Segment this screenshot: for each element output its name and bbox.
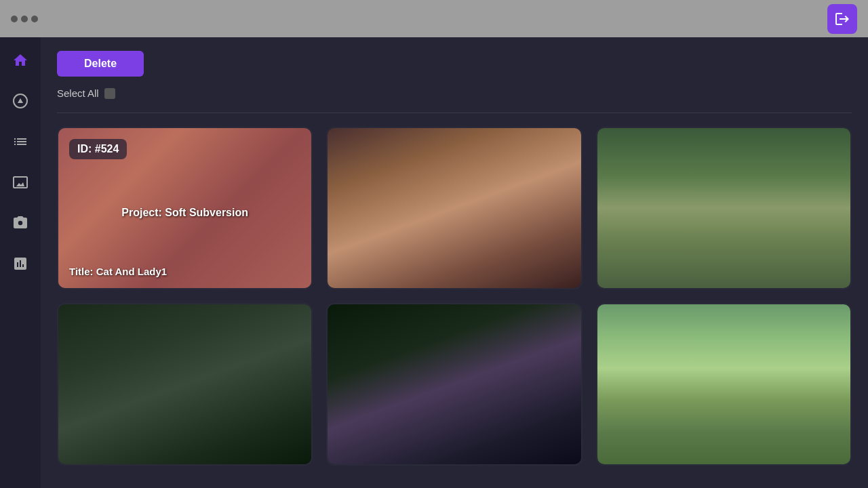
sidebar-item-home[interactable] (8, 48, 33, 73)
card-bg-3 (597, 128, 850, 288)
media-card-3[interactable] (596, 127, 852, 289)
card-bg-2 (328, 128, 580, 288)
sidebar-item-list[interactable] (8, 129, 33, 154)
list-icon (12, 134, 28, 150)
dot-2 (21, 16, 28, 22)
media-card-4[interactable] (57, 303, 313, 466)
dot-3 (31, 16, 38, 22)
delete-button[interactable]: Delete (57, 51, 144, 77)
analytics-icon (12, 256, 28, 272)
card-title-1: Title: Cat And Lady1 (69, 266, 300, 277)
card-project-1: Project: Soft Subversion (69, 207, 300, 219)
media-card-6[interactable] (596, 303, 852, 466)
top-bar-dots (11, 16, 38, 22)
gallery-icon (12, 174, 28, 190)
select-all-label: Select All (57, 87, 99, 99)
media-card-2[interactable] (326, 127, 582, 289)
card-image-3 (597, 128, 850, 288)
sidebar-item-gallery[interactable] (8, 170, 33, 195)
card-image-2 (328, 128, 580, 288)
card-image-4 (58, 304, 311, 464)
main-content: Delete Select All ID: #524 Project: Soft… (41, 37, 868, 488)
exit-button[interactable] (827, 4, 857, 34)
media-grid: ID: #524 Project: Soft Subversion Title:… (57, 127, 852, 466)
top-bar (0, 0, 868, 37)
divider (57, 113, 852, 113)
exit-icon (834, 11, 850, 27)
card-bg-4 (58, 304, 311, 464)
media-card-1[interactable]: ID: #524 Project: Soft Subversion Title:… (57, 127, 313, 289)
card-id-1: ID: #524 (69, 139, 127, 159)
card-overlay-1: ID: #524 Project: Soft Subversion Title:… (58, 128, 311, 288)
camera-icon (12, 215, 28, 231)
dot-1 (11, 16, 18, 22)
select-all-row: Select All (57, 87, 852, 99)
card-image-5 (328, 304, 580, 464)
home-icon (12, 52, 28, 68)
dashboard-icon (12, 93, 28, 109)
media-card-5[interactable] (326, 303, 582, 466)
sidebar (0, 37, 41, 488)
card-bg-6 (597, 304, 850, 464)
select-all-checkbox[interactable] (104, 88, 115, 99)
card-image-6 (597, 304, 850, 464)
card-bg-5 (328, 304, 580, 464)
sidebar-item-dashboard[interactable] (8, 89, 33, 113)
sidebar-item-analytics[interactable] (8, 251, 33, 276)
sidebar-item-camera[interactable] (8, 211, 33, 235)
